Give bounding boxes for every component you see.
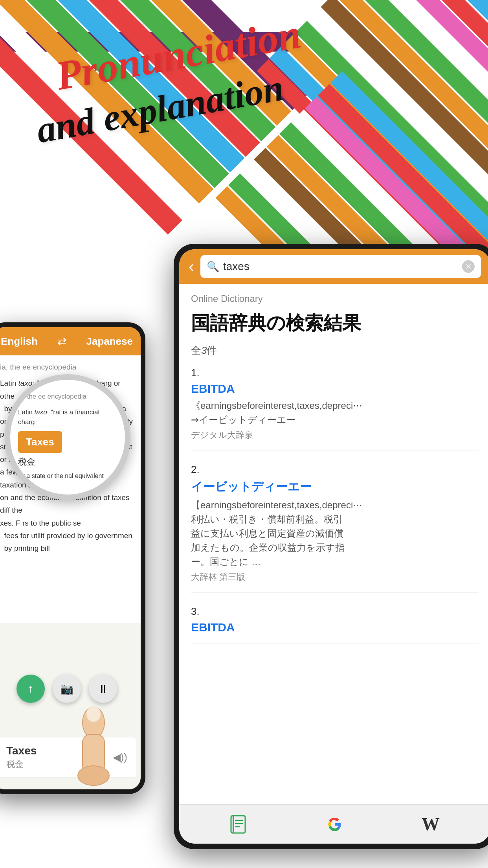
dict-item-1: 1. EBITDA 《earningsbeforeinterest,taxes,… [191, 367, 479, 451]
left-phone-screen: English ⇄ Japanese ia, the ee encycloped… [0, 327, 141, 789]
svg-rect-17 [308, 8, 488, 270]
svg-rect-37 [233, 816, 234, 833]
share-button[interactable]: ↑ [17, 675, 45, 703]
svg-rect-5 [0, 0, 244, 173]
nav-dict-item[interactable] [223, 811, 255, 838]
svg-rect-7 [0, 0, 213, 204]
svg-rect-1 [0, 0, 307, 110]
lang-from-label: English [1, 335, 38, 348]
clear-search-button[interactable]: ✕ [462, 260, 475, 273]
magnifier-kanji: 税金 [18, 455, 62, 468]
svg-rect-9 [0, 0, 182, 235]
svg-rect-14 [347, 0, 488, 232]
pause-button[interactable]: ⏸ [89, 675, 117, 703]
magnifier-word: Taxes [18, 431, 62, 453]
back-button[interactable]: ‹ [189, 257, 194, 276]
svg-point-35 [86, 706, 101, 722]
dict-item-3-link[interactable]: EBITDA [191, 621, 235, 634]
camera-button[interactable]: 📷 [53, 675, 81, 703]
svg-rect-13 [359, 0, 488, 219]
magnifier-text: Latin taxo; "rat is a financial charg [18, 407, 117, 427]
right-phone: ‹ 🔍 taxes ✕ Online Dictionary 国語辞典の検索結果 … [174, 244, 488, 857]
magnifier: ia, the ee encyclopedia Latin taxo; "rat… [5, 374, 130, 500]
right-phone-header: ‹ 🔍 taxes ✕ [179, 249, 488, 284]
svg-rect-8 [0, 0, 198, 219]
magnifier-text2: by a state or the nal equivalent [18, 471, 117, 481]
magnifier-wiki-source: ia, the ee encyclopedia [18, 392, 117, 402]
left-phone-frame: English ⇄ Japanese ia, the ee encycloped… [0, 322, 145, 794]
left-phone: English ⇄ Japanese ia, the ee encycloped… [0, 322, 153, 826]
svg-rect-16 [321, 0, 488, 257]
share-icon: ↑ [28, 682, 33, 695]
dict-item-1-link[interactable]: EBITDA [191, 382, 235, 395]
pause-icon: ⏸ [97, 682, 108, 695]
magnifier-badge-container: Taxes 税金 [18, 431, 62, 468]
dict-item-1-number: 1. [191, 367, 479, 379]
online-dict-label: Online Dictionary [191, 293, 479, 304]
dict-count: 全3件 [191, 344, 479, 357]
word-main: Taxes [6, 745, 37, 757]
nav-google-item[interactable] [319, 811, 350, 838]
dict-item-2: 2. イービットディーエー 【earningsbeforeinterest,ta… [191, 463, 479, 593]
svg-rect-4 [0, 0, 260, 157]
search-box[interactable]: 🔍 taxes ✕ [200, 255, 481, 278]
left-phone-header: English ⇄ Japanese [0, 327, 141, 355]
dict-item-3-number: 3. [191, 605, 479, 618]
swap-lang-icon[interactable]: ⇄ [57, 335, 66, 348]
svg-rect-10 [398, 0, 488, 180]
word-reading: 税金 [6, 758, 37, 770]
search-query-text: taxes [223, 260, 458, 273]
dict-item-2-link[interactable]: イービットディーエー [191, 480, 312, 493]
action-buttons: ↑ 📷 ⏸ [17, 675, 117, 703]
nav-wiki-item[interactable]: W [415, 811, 446, 838]
right-phone-screen: ‹ 🔍 taxes ✕ Online Dictionary 国語辞典の検索結果 … [179, 249, 488, 844]
wiki-nav-icon: W [422, 814, 440, 835]
svg-rect-2 [0, 0, 291, 126]
dict-item-2-desc: 【earningsbeforeinterest,taxes,depreci⋯ 利… [191, 498, 479, 569]
wiki-source: ia, the ee encyclopedia [0, 361, 134, 373]
dict-item-2-source: 大辞林 第三版 [191, 571, 479, 583]
dict-nav-icon [229, 814, 249, 835]
hand-cursor-area [58, 703, 129, 789]
svg-rect-15 [334, 0, 488, 245]
svg-rect-0 [0, 32, 298, 51]
title-pronunciation: Pronunciation [53, 13, 306, 97]
title-and-explanation-part1: and explanation [34, 69, 286, 149]
title-block: Pronunciation and explanation [24, 39, 273, 130]
right-phone-frame: ‹ 🔍 taxes ✕ Online Dictionary 国語辞典の検索結果 … [174, 244, 488, 849]
camera-icon: 📷 [60, 682, 74, 695]
search-icon: 🔍 [207, 261, 219, 273]
lang-to-label: Japanese [86, 335, 133, 348]
magnifier-content: ia, the ee encyclopedia Latin taxo; "rat… [10, 380, 125, 493]
word-entry-text: Taxes 税金 [6, 745, 37, 770]
svg-rect-12 [372, 0, 488, 206]
google-nav-icon [325, 814, 345, 835]
bottom-nav: W [179, 804, 488, 844]
svg-rect-11 [385, 0, 488, 193]
dict-title: 国語辞典の検索結果 [191, 311, 479, 336]
dict-item-1-source: デジタル大辞泉 [191, 429, 479, 441]
svg-rect-6 [0, 0, 229, 188]
svg-rect-3 [0, 0, 276, 141]
dict-item-2-number: 2. [191, 463, 479, 476]
dict-content: Online Dictionary 国語辞典の検索結果 全3件 1. EBITD… [179, 284, 488, 804]
svg-point-34 [78, 766, 109, 785]
dict-item-1-desc: 《earningsbeforeinterest,taxes,depreci⋯ ⇒… [191, 399, 479, 427]
dict-item-3: 3. EBITDA [191, 605, 479, 644]
